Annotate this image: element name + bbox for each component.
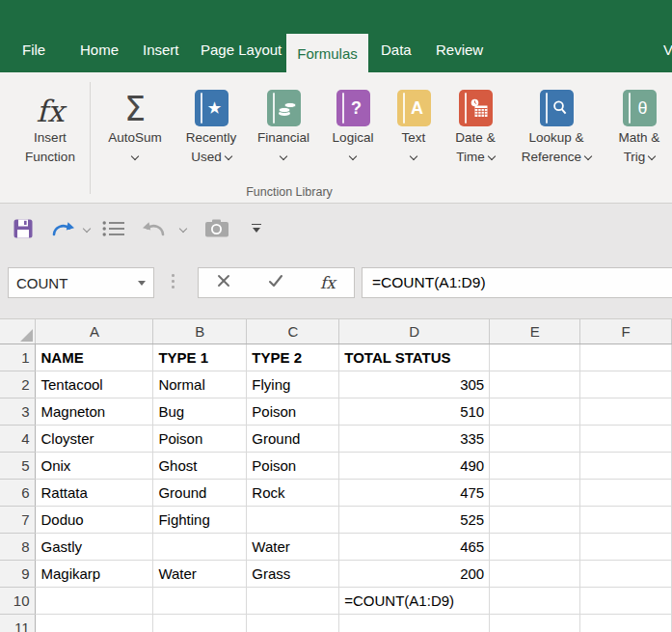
cell-F1[interactable] bbox=[580, 344, 672, 371]
enter-button[interactable] bbox=[268, 274, 283, 291]
cell-E2[interactable] bbox=[490, 371, 580, 398]
cell-E7[interactable] bbox=[490, 507, 580, 534]
name-box-dropdown-icon[interactable] bbox=[138, 281, 146, 286]
cell-E3[interactable] bbox=[490, 398, 580, 426]
cancel-button[interactable] bbox=[217, 274, 230, 291]
cell-B8[interactable] bbox=[153, 534, 247, 561]
cell-E1[interactable] bbox=[490, 344, 580, 371]
cell-D2[interactable]: 305 bbox=[339, 371, 490, 398]
select-all-corner[interactable] bbox=[0, 319, 36, 344]
row-header-4[interactable]: 4 bbox=[0, 426, 36, 453]
cell-E11[interactable] bbox=[490, 615, 580, 632]
cell-A2[interactable]: Tentacool bbox=[36, 371, 153, 398]
row-header-8[interactable]: 8 bbox=[0, 534, 36, 561]
column-header-A[interactable]: A bbox=[36, 319, 153, 344]
cell-B10[interactable] bbox=[153, 588, 247, 615]
lookup-reference-button[interactable]: Lookup & Reference bbox=[513, 80, 600, 167]
cell-B11[interactable] bbox=[153, 615, 247, 632]
cell-A11[interactable] bbox=[36, 615, 153, 632]
cell-C10[interactable] bbox=[247, 588, 339, 615]
cell-F11[interactable] bbox=[580, 615, 672, 632]
cell-F2[interactable] bbox=[580, 371, 672, 398]
row-header-10[interactable]: 10 bbox=[0, 588, 36, 615]
tab-file[interactable]: File bbox=[22, 27, 45, 72]
cell-E9[interactable] bbox=[490, 561, 580, 588]
cell-D6[interactable]: 475 bbox=[339, 480, 490, 507]
row-header-2[interactable]: 2 bbox=[0, 371, 36, 398]
save-button[interactable] bbox=[12, 204, 35, 253]
autosum-button[interactable]: Σ AutoSum bbox=[97, 80, 173, 167]
cell-B1[interactable]: TYPE 1 bbox=[153, 344, 247, 371]
name-box[interactable]: COUNT bbox=[8, 267, 154, 298]
redo-button[interactable] bbox=[48, 204, 77, 253]
bullet-list-button[interactable] bbox=[100, 204, 127, 253]
cell-A9[interactable]: Magikarp bbox=[36, 561, 153, 588]
row-header-5[interactable]: 5 bbox=[0, 453, 36, 480]
cell-C5[interactable]: Poison bbox=[247, 453, 339, 480]
cell-A10[interactable] bbox=[36, 588, 153, 615]
customize-toolbar-button[interactable] bbox=[249, 204, 264, 253]
column-header-B[interactable]: B bbox=[153, 319, 247, 344]
cell-D11[interactable] bbox=[339, 615, 490, 632]
recently-used-button[interactable]: ★ Recently Used bbox=[175, 80, 248, 167]
cell-F3[interactable] bbox=[580, 398, 672, 426]
tab-review[interactable]: Review bbox=[436, 27, 483, 72]
row-header-9[interactable]: 9 bbox=[0, 561, 36, 588]
cell-F6[interactable] bbox=[580, 480, 672, 507]
cell-D5[interactable]: 490 bbox=[339, 453, 490, 480]
tab-data[interactable]: Data bbox=[381, 27, 412, 72]
cell-C1[interactable]: TYPE 2 bbox=[247, 344, 339, 371]
cell-B7[interactable]: Fighting bbox=[153, 507, 247, 534]
cell-C3[interactable]: Poison bbox=[247, 398, 339, 426]
undo-button[interactable] bbox=[139, 204, 168, 253]
cell-E4[interactable] bbox=[490, 426, 580, 453]
cell-C7[interactable] bbox=[247, 507, 339, 534]
cell-F9[interactable] bbox=[580, 561, 672, 588]
cell-F7[interactable] bbox=[580, 507, 672, 534]
cell-C4[interactable]: Ground bbox=[247, 426, 339, 453]
row-header-11[interactable]: 11 bbox=[0, 615, 36, 632]
undo-menu-button[interactable] bbox=[177, 204, 189, 253]
column-header-D[interactable]: D bbox=[339, 319, 490, 344]
cell-D1[interactable]: TOTAL STATUS bbox=[339, 344, 490, 371]
tab-insert[interactable]: Insert bbox=[143, 27, 179, 72]
cell-A1[interactable]: NAME bbox=[36, 344, 153, 371]
cell-B3[interactable]: Bug bbox=[153, 398, 247, 426]
cell-F8[interactable] bbox=[580, 534, 672, 561]
cell-C6[interactable]: Rock bbox=[247, 480, 339, 507]
formula-input[interactable]: =COUNT(A1:D9) bbox=[362, 267, 672, 298]
row-header-1[interactable]: 1 bbox=[0, 344, 36, 371]
column-header-C[interactable]: C bbox=[247, 319, 339, 344]
insert-function-button[interactable]: fx Insert Function bbox=[17, 80, 83, 167]
cell-B9[interactable]: Water bbox=[153, 561, 247, 588]
cell-A3[interactable]: Magneton bbox=[36, 398, 153, 426]
redo-menu-button[interactable] bbox=[81, 204, 93, 253]
math-trig-button[interactable]: θ Math & Trig bbox=[605, 80, 672, 167]
text-button[interactable]: A Text bbox=[392, 80, 435, 167]
row-header-6[interactable]: 6 bbox=[0, 480, 36, 507]
cell-F10[interactable] bbox=[580, 588, 672, 615]
cell-A4[interactable]: Cloyster bbox=[36, 426, 153, 453]
cell-E10[interactable] bbox=[490, 588, 580, 615]
cell-E6[interactable] bbox=[490, 480, 580, 507]
cell-B4[interactable]: Poison bbox=[153, 426, 247, 453]
cell-F4[interactable] bbox=[580, 426, 672, 453]
cell-A8[interactable]: Gastly bbox=[36, 534, 153, 561]
cell-D10[interactable]: =COUNT(A1:D9) bbox=[339, 588, 490, 615]
cell-D3[interactable]: 510 bbox=[339, 398, 490, 426]
tab-home[interactable]: Home bbox=[80, 27, 119, 72]
column-header-E[interactable]: E bbox=[490, 319, 580, 344]
row-header-3[interactable]: 3 bbox=[0, 398, 36, 426]
row-header-7[interactable]: 7 bbox=[0, 507, 36, 534]
logical-button[interactable]: ? Logical bbox=[326, 80, 380, 167]
formula-bar-resize-handle[interactable] bbox=[172, 274, 175, 289]
cell-E8[interactable] bbox=[490, 534, 580, 561]
column-header-F[interactable]: F bbox=[580, 319, 672, 344]
cell-D8[interactable]: 465 bbox=[339, 534, 490, 561]
cell-D4[interactable]: 335 bbox=[339, 426, 490, 453]
cell-A7[interactable]: Doduo bbox=[36, 507, 153, 534]
cell-B6[interactable]: Ground bbox=[153, 480, 247, 507]
cell-C8[interactable]: Water bbox=[247, 534, 339, 561]
cell-A5[interactable]: Onix bbox=[36, 453, 153, 480]
cell-C2[interactable]: Flying bbox=[247, 371, 339, 398]
